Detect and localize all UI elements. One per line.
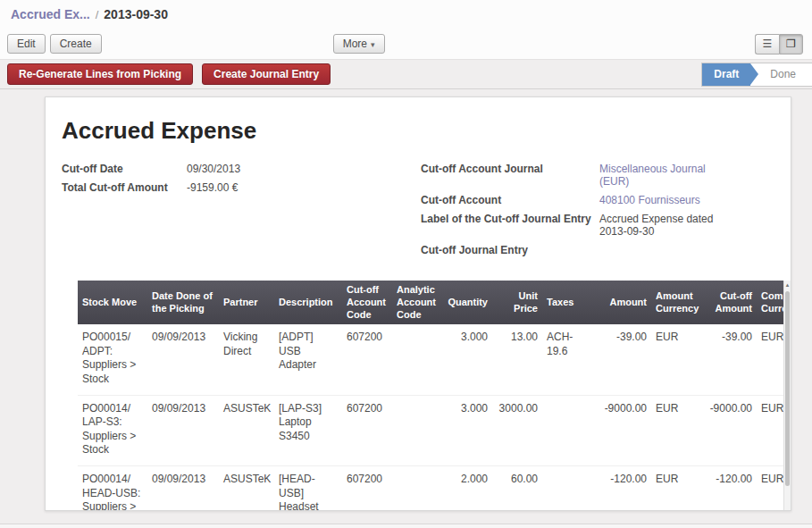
toolbar: Edit Create More▾ ☰ ❐ <box>0 29 812 59</box>
col-amount-currency[interactable]: Amount Currency <box>651 281 705 324</box>
cutoff-journal-entry-value <box>599 244 733 256</box>
col-unit-price[interactable]: Unit Price <box>492 281 542 324</box>
cell-analytic-account-code[interactable] <box>392 324 442 395</box>
cutoff-account-journal-label: Cut-off Account Journal <box>421 163 599 188</box>
cutoff-account-link[interactable]: 408100 Fournisseurs <box>599 194 733 206</box>
cell-cutoff-amount[interactable]: -9000.00 <box>705 395 757 465</box>
cell-description[interactable]: [LAP-S3] Laptop S3450 <box>274 395 342 465</box>
breadcrumb-current: 2013-09-30 <box>104 7 168 21</box>
cell-quantity[interactable]: 3.000 <box>442 395 492 465</box>
status-draft-label: Draft <box>714 68 739 80</box>
cell-partner[interactable]: ASUSTeK <box>219 395 274 465</box>
col-cutoff-account-code[interactable]: Cut-off Account Code <box>342 281 392 324</box>
col-description[interactable]: Description <box>274 281 342 324</box>
cell-description[interactable]: [HEAD-USB] Headset USB <box>274 466 342 512</box>
cutoff-account-journal-link[interactable]: Miscellaneous Journal (EUR) <box>599 163 733 188</box>
horizontal-scrollbar[interactable] <box>0 524 812 528</box>
col-date-done[interactable]: Date Done of the Picking <box>147 281 219 324</box>
cell-date-done[interactable]: 09/09/2013 <box>147 466 219 512</box>
cell-analytic-account-code[interactable] <box>392 466 442 512</box>
list-view-button[interactable]: ☰ <box>755 34 779 54</box>
cutoff-account-label: Cut-off Account <box>421 194 599 206</box>
col-analytic-account-code[interactable]: Analytic Account Code <box>392 281 442 324</box>
cell-unit-price[interactable]: 13.00 <box>492 324 542 395</box>
create-button[interactable]: Create <box>50 34 102 54</box>
cell-amount[interactable]: -9000.00 <box>596 395 651 465</box>
cell-unit-price[interactable]: 3000.00 <box>492 395 542 465</box>
table-row[interactable]: PO00015/ ADPT: Suppliers > Stock 09/09/2… <box>78 324 791 395</box>
cell-cutoff-amount[interactable]: -39.00 <box>705 324 757 395</box>
col-amount[interactable]: Amount <box>596 281 651 324</box>
cell-description[interactable]: [ADPT] USB Adapter <box>274 324 342 395</box>
more-dropdown-wrap: More▾ <box>333 34 385 54</box>
cell-stock-move[interactable]: PO00015/ ADPT: Suppliers > Stock <box>78 324 147 395</box>
more-button[interactable]: More▾ <box>333 34 385 54</box>
cell-taxes[interactable] <box>542 395 596 465</box>
cutoff-journal-entry-label: Cut-off Journal Entry <box>421 244 599 256</box>
cell-taxes[interactable]: ACH-19.6 <box>542 324 596 395</box>
cell-date-done[interactable]: 09/09/2013 <box>147 324 219 395</box>
total-cutoff-amount-value: -9159.00 € <box>187 181 238 194</box>
create-journal-entry-button[interactable]: Create Journal Entry <box>202 63 331 85</box>
regenerate-lines-button[interactable]: Re-Generate Lines from Picking <box>7 63 193 85</box>
statusbar: Draft Done <box>701 63 812 87</box>
field-cutoff-journal-entry: Cut-off Journal Entry <box>421 244 733 256</box>
table-row[interactable]: PO00014/ LAP-S3: Suppliers > Stock 09/09… <box>78 395 791 465</box>
field-groups: Cut-off Date 09/30/2013 Total Cut-off Am… <box>62 163 791 263</box>
col-taxes[interactable]: Taxes <box>542 281 596 324</box>
field-journal-entry-label: Label of the Cut-off Journal Entry Accru… <box>421 213 733 238</box>
cell-quantity[interactable]: 2.000 <box>442 466 492 512</box>
table-row[interactable]: PO00014/ HEAD-USB: Suppliers > Stock 09/… <box>78 466 791 512</box>
scrollbar-up-icon[interactable]: ▲ <box>784 282 791 288</box>
cell-amount-currency[interactable]: EUR <box>651 324 705 395</box>
col-cutoff-amount[interactable]: Cut-off Amount <box>705 281 757 324</box>
cell-stock-move[interactable]: PO00014/ HEAD-USB: Suppliers > Stock <box>78 466 147 512</box>
form-view-button[interactable]: ❐ <box>779 34 803 54</box>
breadcrumb: Accrued Ex... / 2013-09-30 <box>0 0 812 29</box>
col-partner[interactable]: Partner <box>219 281 274 324</box>
cutoff-date-label: Cut-off Date <box>62 163 187 175</box>
cell-analytic-account-code[interactable] <box>392 395 442 465</box>
field-group-left: Cut-off Date 09/30/2013 Total Cut-off Am… <box>62 163 421 263</box>
chevron-down-icon: ▾ <box>371 40 375 49</box>
cell-cutoff-amount[interactable]: -120.00 <box>705 466 757 512</box>
edit-button[interactable]: Edit <box>7 34 46 54</box>
cell-cutoff-account-code[interactable]: 607200 <box>342 466 392 512</box>
cell-stock-move[interactable]: PO00014/ LAP-S3: Suppliers > Stock <box>78 395 147 465</box>
cell-cutoff-account-code[interactable]: 607200 <box>342 395 392 465</box>
status-done-label: Done <box>770 68 796 80</box>
journal-entry-label-label: Label of the Cut-off Journal Entry <box>421 213 599 238</box>
cell-unit-price[interactable]: 60.00 <box>492 466 542 512</box>
status-draft[interactable]: Draft <box>702 63 750 86</box>
cell-cutoff-account-code[interactable]: 607200 <box>342 324 392 395</box>
list-view-icon: ☰ <box>763 38 773 50</box>
cell-amount[interactable]: -39.00 <box>596 324 651 395</box>
field-total-cutoff-amount: Total Cut-off Amount -9159.00 € <box>62 181 421 194</box>
breadcrumb-parent-link[interactable]: Accrued Ex... <box>11 7 90 21</box>
cell-taxes[interactable] <box>542 466 596 512</box>
form-view-icon: ❐ <box>786 38 796 50</box>
cell-amount[interactable]: -120.00 <box>596 466 651 512</box>
table-header-row: Stock Move Date Done of the Picking Part… <box>78 281 791 324</box>
form-sheet: Accrued Expense Cut-off Date 09/30/2013 … <box>45 96 791 511</box>
col-quantity[interactable]: Quantity <box>442 281 492 324</box>
cell-amount-currency[interactable]: EUR <box>651 466 705 512</box>
cell-quantity[interactable]: 3.000 <box>442 324 492 395</box>
cell-date-done[interactable]: 09/09/2013 <box>147 395 219 465</box>
status-done[interactable]: Done <box>750 63 812 86</box>
breadcrumb-separator: / <box>96 8 99 21</box>
cell-partner[interactable]: ASUSTeK <box>219 466 274 512</box>
vertical-scrollbar[interactable]: ▲ <box>783 281 791 511</box>
field-cutoff-date: Cut-off Date 09/30/2013 <box>62 163 421 175</box>
field-cutoff-account-journal: Cut-off Account Journal Miscellaneous Jo… <box>421 163 733 188</box>
col-stock-move[interactable]: Stock Move <box>78 281 147 324</box>
view-switcher: ☰ ❐ <box>755 34 803 54</box>
cell-partner[interactable]: Vicking Direct <box>219 324 274 395</box>
cell-amount-currency[interactable]: EUR <box>651 395 705 465</box>
action-bar: Re-Generate Lines from Picking Create Jo… <box>0 59 812 89</box>
lines-table: Stock Move Date Done of the Picking Part… <box>78 281 791 511</box>
lines-table-wrap: Stock Move Date Done of the Picking Part… <box>78 281 791 511</box>
cutoff-date-value: 09/30/2013 <box>187 163 240 175</box>
more-button-label: More <box>343 38 367 50</box>
vertical-scrollbar-thumb[interactable] <box>785 291 790 486</box>
